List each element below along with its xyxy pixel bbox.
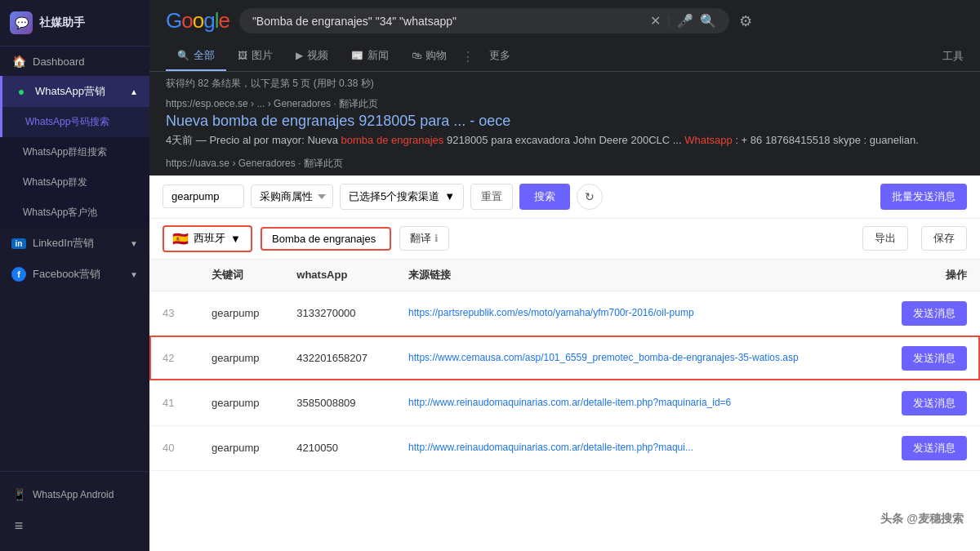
export-button[interactable]: 导出 (862, 226, 908, 251)
result-url: https://esp.oece.se › ... › Generadores … (166, 97, 964, 111)
tab-news-label: 新闻 (368, 48, 389, 63)
channels-label: 已选择5个搜索渠道 (349, 189, 439, 204)
send-message-button[interactable]: 发送消息 (902, 301, 967, 326)
main-content: Google "Bomba de engranajes" "34" "whats… (149, 0, 980, 551)
chevron-down-icon: ▼ (444, 190, 455, 202)
chevron-up-icon: ▲ (130, 87, 138, 96)
sidebar-item-group-search[interactable]: WhatsApp群组搜索 (0, 137, 149, 167)
sidebar-item-linkedin[interactable]: in LinkedIn营销 ▼ (0, 228, 149, 259)
tab-shopping[interactable]: 🛍 购物 (400, 42, 458, 71)
tab-video[interactable]: ▶ 视频 (284, 42, 340, 71)
attribute-select[interactable]: 采购商属性 (251, 184, 333, 208)
sidebar-sub-label: WhatsApp群组搜索 (23, 145, 107, 159)
chevron-down-icon: ▼ (130, 239, 138, 248)
table-row: 41 gearpump 3585008809 http://www.reinau… (149, 380, 980, 425)
sidebar-item-label: WhatsApp Android (33, 489, 114, 500)
result-title[interactable]: Nueva bomba de engranajes 9218005 para .… (166, 113, 964, 130)
google-tabs: 🔍 全部 🖼 图片 ▶ 视频 📰 新闻 🛍 购物 ⋮ 更多 (149, 42, 980, 72)
send-message-button[interactable]: 发送消息 (902, 391, 967, 415)
sidebar-item-customer-pool[interactable]: WhatsApp客户池 (0, 198, 149, 228)
send-message-button[interactable]: 发送消息 (902, 346, 967, 371)
cell-keyword: gearpump (198, 291, 283, 335)
result-link[interactable]: https://partsrepublik.com/es/moto/yamaha… (408, 307, 694, 318)
sidebar-item-dashboard[interactable]: 🏠 Dashboard (0, 47, 149, 76)
col-whatsapp: whatsApp (283, 260, 395, 291)
cell-action: 发送消息 (875, 335, 980, 380)
tab-all[interactable]: 🔍 全部 (166, 42, 226, 71)
sidebar-item-mass-send[interactable]: WhatsApp群发 (0, 167, 149, 198)
table-body: 43 gearpump 3133270000 https://partsrepu… (149, 291, 980, 470)
sidebar-item-whatsapp-android[interactable]: 📱 WhatsApp Android (0, 480, 149, 509)
google-header: Google "Bomba de engranajes" "34" "whats… (149, 0, 980, 42)
result-link[interactable]: https://www.cemausa.com/asp/101_6559_pre… (408, 352, 799, 363)
cell-id: 41 (149, 380, 198, 425)
dashboard-icon: 🏠 (11, 55, 26, 68)
menu-icon: ≡ (11, 518, 26, 535)
table-row: 40 gearpump 4210050 http://www.reinaudom… (149, 425, 980, 470)
reset-button[interactable]: 重置 (470, 184, 513, 210)
tab-more-label: 更多 (489, 48, 510, 63)
sidebar-item-number-search[interactable]: WhatsApp号码搜索 (0, 107, 149, 137)
search-result-1: https://esp.oece.se › ... › Generadores … (149, 94, 980, 155)
cell-url: https://partsrepublik.com/es/moto/yamaha… (395, 291, 875, 335)
translate-button[interactable]: 翻译 ℹ (399, 226, 449, 251)
images-icon: 🖼 (238, 50, 247, 61)
cell-id: 42 (149, 335, 198, 380)
country-filter[interactable]: 🇪🇸 西班牙 ▼ (163, 225, 252, 252)
sidebar-sub-label: WhatsApp号码搜索 (25, 115, 109, 129)
cell-whatsapp: 4210050 (283, 425, 395, 470)
translate-label: 翻译 (410, 231, 431, 246)
chevron-down-icon: ▼ (230, 233, 241, 245)
tab-news[interactable]: 📰 新闻 (340, 42, 400, 71)
sidebar: 💬 社媒助手 🏠 Dashboard ● WhatsApp营销 ▲ WhatsA… (0, 0, 149, 551)
sidebar-item-label: LinkedIn营销 (33, 236, 94, 251)
tab-images[interactable]: 🖼 图片 (226, 42, 284, 71)
results-table: 关键词 whatsApp 来源链接 操作 43 gearpump 3133270… (149, 260, 980, 471)
cell-keyword: gearpump (198, 335, 283, 380)
result-link[interactable]: http://www.reinaudomaquinarias.com.ar/de… (408, 442, 693, 453)
send-message-button[interactable]: 发送消息 (902, 436, 967, 460)
sidebar-logo: 💬 社媒助手 (0, 0, 149, 47)
video-icon: ▶ (296, 50, 303, 61)
col-url: 来源链接 (395, 260, 875, 291)
whatsapp-icon: ● (14, 85, 29, 98)
channels-selector[interactable]: 已选择5个搜索渠道 ▼ (340, 184, 464, 210)
sidebar-item-menu[interactable]: ≡ (0, 509, 149, 543)
mic-icon[interactable]: 🎤 (677, 13, 693, 29)
sidebar-item-facebook[interactable]: f Facebook营销 ▼ (0, 259, 149, 290)
sidebar-item-whatsapp[interactable]: ● WhatsApp营销 ▲ (0, 76, 149, 107)
content-area: 采购商属性 已选择5个搜索渠道 ▼ 重置 搜索 ↻ 批量发送消息 🇪🇸 西班牙 … (149, 176, 980, 552)
save-button[interactable]: 保存 (921, 226, 967, 251)
shopping-icon: 🛍 (412, 50, 421, 61)
cell-url: http://www.reinaudomaquinarias.com.ar/de… (395, 425, 875, 470)
info-icon: ℹ (434, 233, 439, 244)
cell-action: 发送消息 (875, 291, 980, 335)
country-name: 西班牙 (194, 231, 225, 246)
filter-bar: 🇪🇸 西班牙 ▼ Bomba de engranajes 翻译 ℹ 导出 保存 (149, 219, 980, 260)
search-button[interactable]: 搜索 (519, 184, 570, 210)
settings-icon[interactable]: ⚙ (739, 12, 752, 30)
highlight-1: bomba de engranajes (341, 134, 444, 146)
partial-result-url: https://uava.se › Generadores · 翻译此页 (149, 155, 980, 176)
tab-divider: ⋮ (458, 49, 478, 64)
search-bar[interactable]: "Bomba de engranajes" "34" "whatsapp" ✕ … (239, 8, 729, 33)
tab-shopping-label: 购物 (425, 48, 447, 63)
result-desc: 4天前 — Precio al por mayor: Nueva bomba d… (166, 132, 964, 149)
tab-more[interactable]: 更多 (478, 42, 522, 71)
bulk-send-button[interactable]: 批量发送消息 (880, 184, 967, 210)
table-row: 42 gearpump 432201658207 https://www.cem… (149, 335, 980, 380)
clear-search-icon[interactable]: ✕ (650, 13, 661, 29)
logo-text: 社媒助手 (39, 16, 85, 30)
sidebar-sub-label: WhatsApp群发 (23, 176, 87, 189)
news-icon: 📰 (351, 50, 363, 61)
cell-id: 43 (149, 291, 198, 335)
keyword-input[interactable] (163, 184, 244, 208)
cell-whatsapp: 3585008809 (283, 380, 395, 425)
cell-action: 发送消息 (875, 380, 980, 425)
result-link[interactable]: http://www.reinaudomaquinarias.com.ar/de… (408, 397, 731, 408)
refresh-button[interactable]: ↻ (577, 184, 603, 210)
search-query-text: "Bomba de engranajes" "34" "whatsapp" (252, 15, 644, 28)
search-icon[interactable]: 🔍 (700, 13, 716, 29)
cell-whatsapp: 432201658207 (283, 335, 395, 380)
google-tools[interactable]: 工具 (942, 49, 964, 64)
